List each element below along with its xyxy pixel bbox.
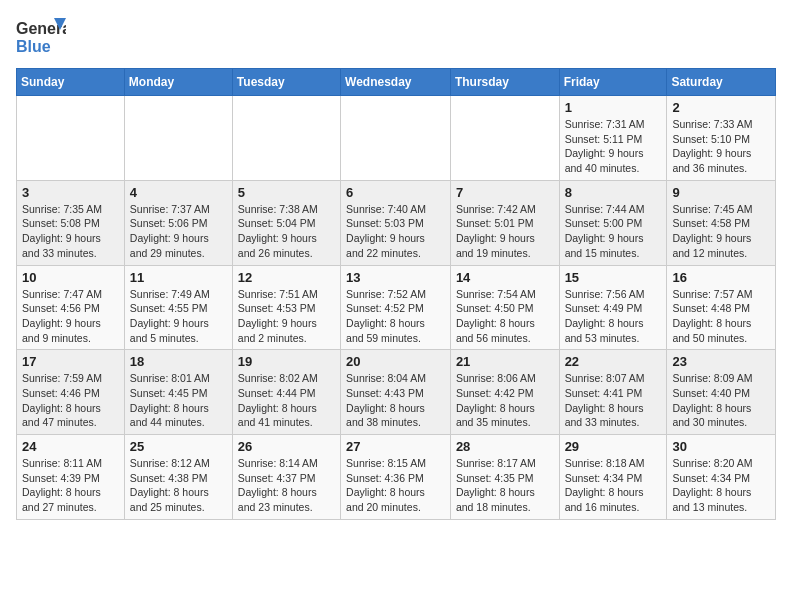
calendar-week-0: 1Sunrise: 7:31 AM Sunset: 5:11 PM Daylig… [17, 96, 776, 181]
day-info: Sunrise: 8:01 AM Sunset: 4:45 PM Dayligh… [130, 371, 227, 430]
day-info: Sunrise: 8:06 AM Sunset: 4:42 PM Dayligh… [456, 371, 554, 430]
day-number: 18 [130, 354, 227, 369]
day-info: Sunrise: 7:37 AM Sunset: 5:06 PM Dayligh… [130, 202, 227, 261]
day-number: 22 [565, 354, 662, 369]
day-info: Sunrise: 8:20 AM Sunset: 4:34 PM Dayligh… [672, 456, 770, 515]
calendar-cell: 2Sunrise: 7:33 AM Sunset: 5:10 PM Daylig… [667, 96, 776, 181]
day-number: 25 [130, 439, 227, 454]
calendar-week-4: 24Sunrise: 8:11 AM Sunset: 4:39 PM Dayli… [17, 435, 776, 520]
calendar-cell: 7Sunrise: 7:42 AM Sunset: 5:01 PM Daylig… [450, 180, 559, 265]
calendar-cell: 18Sunrise: 8:01 AM Sunset: 4:45 PM Dayli… [124, 350, 232, 435]
day-number: 20 [346, 354, 445, 369]
day-info: Sunrise: 7:44 AM Sunset: 5:00 PM Dayligh… [565, 202, 662, 261]
day-info: Sunrise: 7:54 AM Sunset: 4:50 PM Dayligh… [456, 287, 554, 346]
calendar-cell: 15Sunrise: 7:56 AM Sunset: 4:49 PM Dayli… [559, 265, 667, 350]
calendar-week-2: 10Sunrise: 7:47 AM Sunset: 4:56 PM Dayli… [17, 265, 776, 350]
logo: GeneralBlue [16, 16, 66, 60]
day-info: Sunrise: 8:12 AM Sunset: 4:38 PM Dayligh… [130, 456, 227, 515]
calendar-cell: 25Sunrise: 8:12 AM Sunset: 4:38 PM Dayli… [124, 435, 232, 520]
day-info: Sunrise: 7:49 AM Sunset: 4:55 PM Dayligh… [130, 287, 227, 346]
calendar-cell: 1Sunrise: 7:31 AM Sunset: 5:11 PM Daylig… [559, 96, 667, 181]
day-number: 9 [672, 185, 770, 200]
day-info: Sunrise: 7:33 AM Sunset: 5:10 PM Dayligh… [672, 117, 770, 176]
day-info: Sunrise: 8:17 AM Sunset: 4:35 PM Dayligh… [456, 456, 554, 515]
day-number: 10 [22, 270, 119, 285]
day-info: Sunrise: 7:51 AM Sunset: 4:53 PM Dayligh… [238, 287, 335, 346]
calendar-cell: 16Sunrise: 7:57 AM Sunset: 4:48 PM Dayli… [667, 265, 776, 350]
calendar-header-friday: Friday [559, 69, 667, 96]
day-number: 14 [456, 270, 554, 285]
calendar-header-monday: Monday [124, 69, 232, 96]
day-number: 4 [130, 185, 227, 200]
calendar-cell: 3Sunrise: 7:35 AM Sunset: 5:08 PM Daylig… [17, 180, 125, 265]
day-info: Sunrise: 7:45 AM Sunset: 4:58 PM Dayligh… [672, 202, 770, 261]
day-number: 3 [22, 185, 119, 200]
day-number: 26 [238, 439, 335, 454]
day-number: 24 [22, 439, 119, 454]
calendar-cell: 12Sunrise: 7:51 AM Sunset: 4:53 PM Dayli… [232, 265, 340, 350]
calendar-cell [341, 96, 451, 181]
day-number: 30 [672, 439, 770, 454]
calendar-cell: 11Sunrise: 7:49 AM Sunset: 4:55 PM Dayli… [124, 265, 232, 350]
calendar-cell: 22Sunrise: 8:07 AM Sunset: 4:41 PM Dayli… [559, 350, 667, 435]
day-number: 11 [130, 270, 227, 285]
day-number: 6 [346, 185, 445, 200]
day-number: 29 [565, 439, 662, 454]
calendar-cell [17, 96, 125, 181]
day-info: Sunrise: 8:02 AM Sunset: 4:44 PM Dayligh… [238, 371, 335, 430]
day-info: Sunrise: 8:04 AM Sunset: 4:43 PM Dayligh… [346, 371, 445, 430]
calendar-week-3: 17Sunrise: 7:59 AM Sunset: 4:46 PM Dayli… [17, 350, 776, 435]
calendar-cell: 13Sunrise: 7:52 AM Sunset: 4:52 PM Dayli… [341, 265, 451, 350]
calendar-cell: 21Sunrise: 8:06 AM Sunset: 4:42 PM Dayli… [450, 350, 559, 435]
calendar-cell: 8Sunrise: 7:44 AM Sunset: 5:00 PM Daylig… [559, 180, 667, 265]
day-info: Sunrise: 8:11 AM Sunset: 4:39 PM Dayligh… [22, 456, 119, 515]
calendar-cell: 29Sunrise: 8:18 AM Sunset: 4:34 PM Dayli… [559, 435, 667, 520]
logo-svg: GeneralBlue [16, 16, 66, 60]
day-number: 21 [456, 354, 554, 369]
calendar-cell: 19Sunrise: 8:02 AM Sunset: 4:44 PM Dayli… [232, 350, 340, 435]
day-number: 16 [672, 270, 770, 285]
day-info: Sunrise: 7:59 AM Sunset: 4:46 PM Dayligh… [22, 371, 119, 430]
calendar-cell [124, 96, 232, 181]
day-number: 15 [565, 270, 662, 285]
day-info: Sunrise: 8:15 AM Sunset: 4:36 PM Dayligh… [346, 456, 445, 515]
calendar-header-sunday: Sunday [17, 69, 125, 96]
calendar-cell: 5Sunrise: 7:38 AM Sunset: 5:04 PM Daylig… [232, 180, 340, 265]
calendar-cell: 27Sunrise: 8:15 AM Sunset: 4:36 PM Dayli… [341, 435, 451, 520]
day-info: Sunrise: 7:57 AM Sunset: 4:48 PM Dayligh… [672, 287, 770, 346]
calendar-cell [450, 96, 559, 181]
day-info: Sunrise: 7:42 AM Sunset: 5:01 PM Dayligh… [456, 202, 554, 261]
calendar-cell: 20Sunrise: 8:04 AM Sunset: 4:43 PM Dayli… [341, 350, 451, 435]
day-info: Sunrise: 7:31 AM Sunset: 5:11 PM Dayligh… [565, 117, 662, 176]
calendar-body: 1Sunrise: 7:31 AM Sunset: 5:11 PM Daylig… [17, 96, 776, 520]
calendar-cell: 14Sunrise: 7:54 AM Sunset: 4:50 PM Dayli… [450, 265, 559, 350]
day-info: Sunrise: 7:40 AM Sunset: 5:03 PM Dayligh… [346, 202, 445, 261]
day-number: 12 [238, 270, 335, 285]
day-info: Sunrise: 7:38 AM Sunset: 5:04 PM Dayligh… [238, 202, 335, 261]
day-number: 23 [672, 354, 770, 369]
day-number: 1 [565, 100, 662, 115]
day-number: 13 [346, 270, 445, 285]
calendar-header-thursday: Thursday [450, 69, 559, 96]
day-number: 5 [238, 185, 335, 200]
day-info: Sunrise: 7:35 AM Sunset: 5:08 PM Dayligh… [22, 202, 119, 261]
day-number: 27 [346, 439, 445, 454]
page-header: GeneralBlue [16, 16, 776, 60]
day-info: Sunrise: 7:56 AM Sunset: 4:49 PM Dayligh… [565, 287, 662, 346]
day-number: 28 [456, 439, 554, 454]
calendar-cell: 24Sunrise: 8:11 AM Sunset: 4:39 PM Dayli… [17, 435, 125, 520]
calendar-cell: 6Sunrise: 7:40 AM Sunset: 5:03 PM Daylig… [341, 180, 451, 265]
calendar-cell: 10Sunrise: 7:47 AM Sunset: 4:56 PM Dayli… [17, 265, 125, 350]
calendar-cell: 30Sunrise: 8:20 AM Sunset: 4:34 PM Dayli… [667, 435, 776, 520]
day-info: Sunrise: 8:14 AM Sunset: 4:37 PM Dayligh… [238, 456, 335, 515]
day-number: 7 [456, 185, 554, 200]
day-number: 8 [565, 185, 662, 200]
calendar-header-wednesday: Wednesday [341, 69, 451, 96]
calendar-cell: 26Sunrise: 8:14 AM Sunset: 4:37 PM Dayli… [232, 435, 340, 520]
calendar-header-tuesday: Tuesday [232, 69, 340, 96]
day-number: 19 [238, 354, 335, 369]
day-info: Sunrise: 7:47 AM Sunset: 4:56 PM Dayligh… [22, 287, 119, 346]
calendar-header-row: SundayMondayTuesdayWednesdayThursdayFrid… [17, 69, 776, 96]
calendar: SundayMondayTuesdayWednesdayThursdayFrid… [16, 68, 776, 520]
day-info: Sunrise: 8:09 AM Sunset: 4:40 PM Dayligh… [672, 371, 770, 430]
